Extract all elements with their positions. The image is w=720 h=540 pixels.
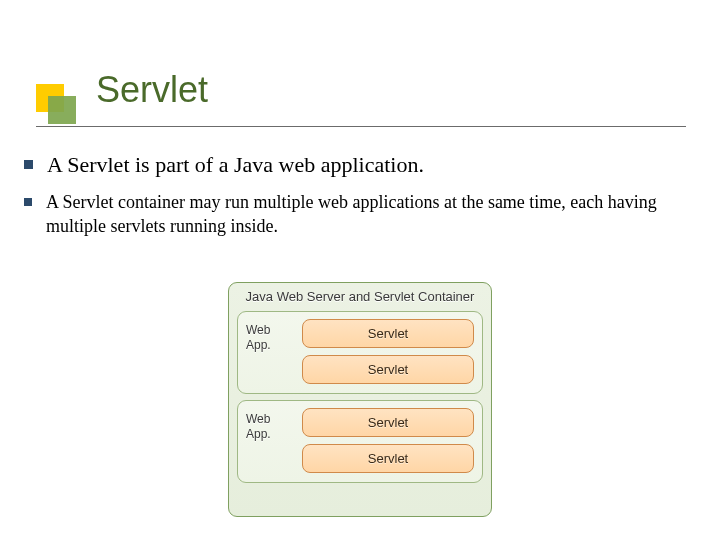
- servlet-box: Servlet: [302, 444, 474, 473]
- bullet-icon: [24, 198, 32, 206]
- bullet-text: A Servlet container may run multiple web…: [46, 190, 686, 239]
- slide: Servlet A Servlet is part of a Java web …: [0, 0, 720, 540]
- list-item: A Servlet container may run multiple web…: [24, 190, 686, 239]
- bullet-text: A Servlet is part of a Java web applicat…: [47, 150, 424, 180]
- architecture-diagram: Java Web Server and Servlet Container We…: [228, 282, 492, 517]
- webapp-box: Web App. Servlet Servlet: [237, 400, 483, 483]
- title-decoration-icon: [34, 82, 80, 128]
- list-item: A Servlet is part of a Java web applicat…: [24, 150, 686, 180]
- bullet-list: A Servlet is part of a Java web applicat…: [24, 150, 686, 248]
- servlet-box: Servlet: [302, 408, 474, 437]
- servlet-stack: Servlet Servlet: [302, 319, 474, 384]
- server-container-box: Java Web Server and Servlet Container We…: [228, 282, 492, 517]
- bullet-icon: [24, 160, 33, 169]
- webapp-label: Web App.: [246, 319, 294, 384]
- servlet-box: Servlet: [302, 355, 474, 384]
- slide-title: Servlet: [96, 70, 686, 110]
- title-underline: [36, 126, 686, 127]
- servlet-stack: Servlet Servlet: [302, 408, 474, 473]
- webapp-label: Web App.: [246, 408, 294, 473]
- server-container-title: Java Web Server and Servlet Container: [237, 289, 483, 305]
- webapp-box: Web App. Servlet Servlet: [237, 311, 483, 394]
- servlet-box: Servlet: [302, 319, 474, 348]
- title-row: Servlet: [34, 70, 686, 110]
